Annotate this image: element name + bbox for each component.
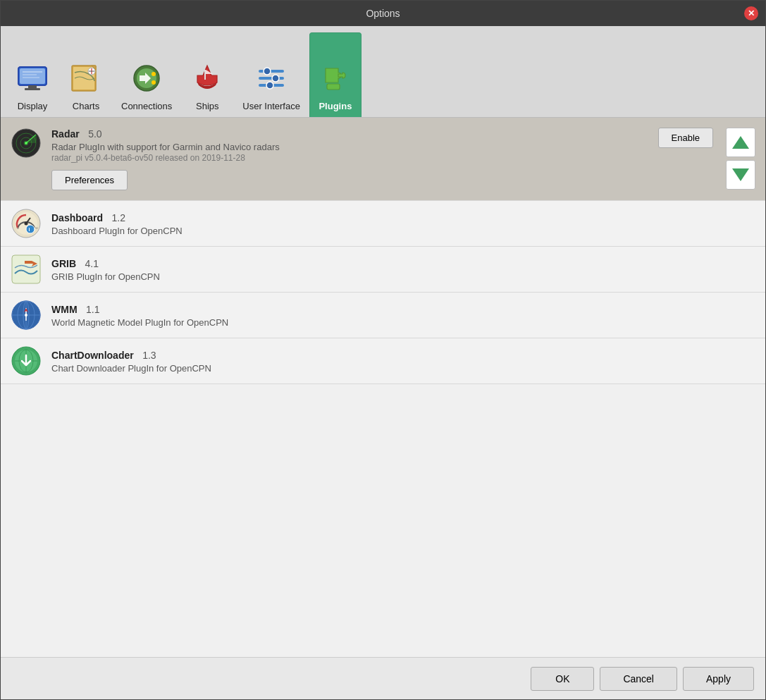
plugin-item-dashboard[interactable]: 0 ∞ i Dashboard 1.2 Dashboard PlugIn for… <box>1 201 765 247</box>
radar-preferences-button[interactable]: Preferences <box>51 170 128 190</box>
wmm-plugin-header: WMM 1.1 <box>51 303 755 316</box>
dashboard-plugin-icon: 0 ∞ i <box>11 208 42 239</box>
grib-plugin-name: GRIB <box>51 258 76 269</box>
chartdownloader-plugin-info: ChartDownloader 1.3 Chart Downloader Plu… <box>51 349 755 374</box>
svg-point-30 <box>25 142 27 145</box>
svg-rect-17 <box>204 70 206 80</box>
grib-plugin-desc: GRIB PlugIn for OpenCPN <box>51 271 755 282</box>
chartdownloader-plugin-name: ChartDownloader <box>51 350 134 361</box>
radar-plugin-header: Radar 5.0 <box>51 128 650 140</box>
down-arrow-icon <box>732 168 749 181</box>
radar-plugin-info: Radar 5.0 Radar PlugIn with support for … <box>51 128 650 190</box>
plugin-list: Radar 5.0 Radar PlugIn with support for … <box>1 118 765 657</box>
tab-connections-label: Connections <box>121 101 172 111</box>
grib-plugin-header: GRIB 4.1 <box>51 257 755 270</box>
plugin-item-radar[interactable]: Radar 5.0 Radar PlugIn with support for … <box>1 118 765 201</box>
chartdownloader-plugin-desc: Chart Downloader PlugIn for OpenCPN <box>51 363 755 374</box>
grib-plugin-version: 4.1 <box>85 258 98 269</box>
bottom-bar: OK Cancel Apply <box>1 657 765 699</box>
dashboard-plugin-header: Dashboard 1.2 <box>51 211 755 224</box>
move-down-button[interactable] <box>726 160 755 190</box>
svg-text:∞: ∞ <box>35 226 38 230</box>
tab-userinterface-label: User Interface <box>242 101 300 111</box>
svg-text:0: 0 <box>17 226 19 230</box>
svg-point-16 <box>152 80 156 85</box>
svg-point-19 <box>264 68 271 75</box>
tab-charts-label: Charts <box>73 101 99 111</box>
ok-button[interactable]: OK <box>531 667 594 691</box>
move-up-button[interactable] <box>726 128 755 157</box>
close-button[interactable]: ✕ <box>744 6 758 20</box>
tab-ships-label: Ships <box>196 101 219 111</box>
tab-display-label: Display <box>18 101 48 111</box>
svg-text:i: i <box>29 227 30 232</box>
wmm-plugin-desc: World Magnetic Model PlugIn for OpenCPN <box>51 317 755 328</box>
dashboard-plugin-info: Dashboard 1.2 Dashboard PlugIn for OpenC… <box>51 211 755 236</box>
svg-point-34 <box>25 222 28 226</box>
dashboard-plugin-version: 1.2 <box>112 212 125 223</box>
apply-button[interactable]: Apply <box>683 667 754 691</box>
plugin-item-chartdownloader[interactable]: ChartDownloader 1.3 Chart Downloader Plu… <box>1 338 765 384</box>
charts-icon <box>68 60 104 97</box>
wmm-plugin-version: 1.1 <box>86 304 99 315</box>
connections-icon <box>128 60 165 97</box>
radar-plugin-version: 5.0 <box>88 128 101 140</box>
dashboard-plugin-desc: Dashboard PlugIn for OpenCPN <box>51 226 755 236</box>
svg-rect-4 <box>25 88 40 90</box>
radar-plugin-icon <box>11 128 42 159</box>
svg-point-23 <box>266 82 273 89</box>
radar-enable-button[interactable]: Enable <box>658 128 713 148</box>
cancel-button[interactable]: Cancel <box>600 667 677 691</box>
radar-plugin-name: Radar <box>51 128 80 140</box>
grib-plugin-icon <box>11 254 42 285</box>
svg-rect-2 <box>20 68 45 84</box>
tab-plugins-label: Plugins <box>319 101 352 111</box>
wmm-plugin-info: WMM 1.1 World Magnetic Model PlugIn for … <box>51 303 755 328</box>
titlebar: Options ✕ <box>1 1 765 26</box>
arrow-buttons <box>726 128 755 190</box>
svg-point-37 <box>26 225 35 233</box>
svg-rect-3 <box>28 85 37 88</box>
chartdownloader-plugin-icon <box>11 345 42 376</box>
radar-plugin-desc1: Radar PlugIn with support for Garmin and… <box>51 142 650 152</box>
svg-point-47 <box>25 314 27 317</box>
userinterface-icon <box>253 60 290 97</box>
svg-rect-24 <box>327 84 340 90</box>
display-icon <box>14 60 51 97</box>
wmm-plugin-name: WMM <box>51 304 78 315</box>
chartdownloader-plugin-version: 1.3 <box>142 350 156 361</box>
main-window: Options ✕ Display <box>0 0 766 700</box>
ships-icon <box>189 60 226 97</box>
plugin-item-wmm[interactable]: WMM 1.1 World Magnetic Model PlugIn for … <box>1 293 765 338</box>
tab-userinterface[interactable]: User Interface <box>235 32 308 117</box>
dashboard-plugin-name: Dashboard <box>51 212 103 223</box>
plugins-icon <box>317 60 354 97</box>
svg-point-21 <box>272 75 279 82</box>
up-arrow-icon <box>732 136 749 149</box>
svg-rect-20 <box>259 77 284 80</box>
svg-point-15 <box>152 72 156 76</box>
tab-ships[interactable]: Ships <box>181 32 233 117</box>
tab-plugins[interactable]: Plugins <box>309 32 362 117</box>
svg-rect-39 <box>12 255 40 283</box>
tab-bar: Display Charts <box>1 26 765 118</box>
main-content: Radar 5.0 Radar PlugIn with support for … <box>1 118 765 699</box>
grib-plugin-info: GRIB 4.1 GRIB PlugIn for OpenCPN <box>51 257 755 282</box>
chartdownloader-plugin-header: ChartDownloader 1.3 <box>51 349 755 362</box>
plugin-item-grib[interactable]: GRIB 4.1 GRIB PlugIn for OpenCPN <box>1 247 765 293</box>
tab-display[interactable]: Display <box>6 32 58 117</box>
window-title: Options <box>366 8 400 19</box>
tab-connections[interactable]: Connections <box>113 32 180 117</box>
radar-plugin-desc2: radar_pi v5.0.4-beta6-ov50 released on 2… <box>51 153 650 163</box>
tab-charts[interactable]: Charts <box>60 32 112 117</box>
svg-rect-18 <box>259 70 284 73</box>
wmm-plugin-icon <box>11 300 42 331</box>
